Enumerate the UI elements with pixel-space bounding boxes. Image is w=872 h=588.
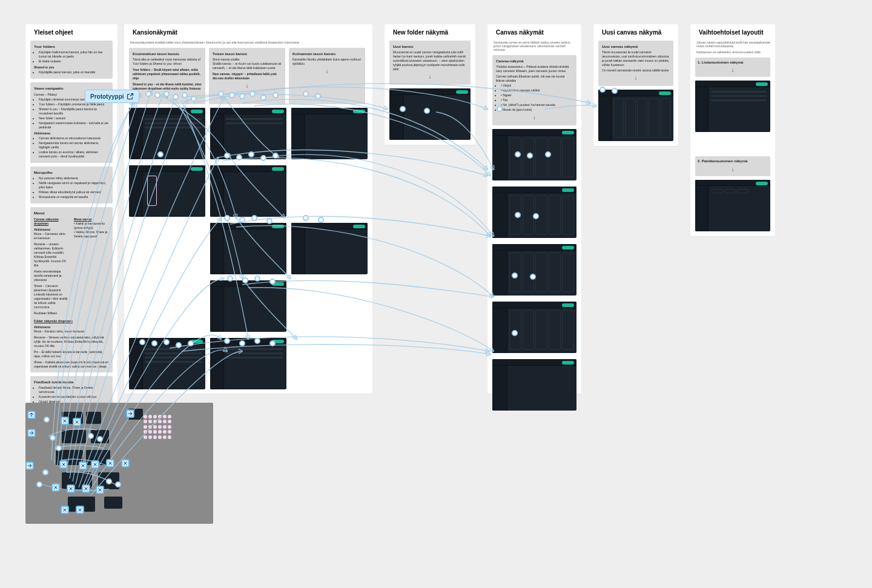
arrow-down-icon: ↓ [698, 165, 768, 174]
sub-notes-row: Ensimmäisen tason kansio Tämä alla on se… [129, 48, 368, 104]
frame-mock[interactable] [492, 244, 576, 296]
figma-canvas[interactable]: Prototyyppi Yleiset ohjeet Your folders … [0, 0, 872, 588]
prototype-button[interactable]: Prototyyppi [85, 90, 139, 103]
pink-dot-grid [144, 415, 168, 439]
frame-mock[interactable] [695, 81, 770, 132]
back-node-icon[interactable] [25, 461, 34, 470]
close-node-icon[interactable] [82, 484, 90, 493]
panel-kansionakymat[interactable]: Kansionäkymät Kansionäkymästä sisältää k… [124, 24, 372, 394]
note-your-folders: Your folders Käyttäjän hallinnoimat kans… [30, 41, 113, 79]
close-node-icon[interactable] [61, 506, 69, 514]
frame-mock[interactable] [129, 338, 205, 389]
note-option-2: 2. Painikemuotoinen näkymä ↓ [695, 156, 770, 176]
panel-yleiset-ohjeet[interactable]: Yleiset ohjeet Your folders Käyttäjän ha… [25, 24, 117, 431]
back-node-icon[interactable] [126, 409, 134, 418]
note-canvas-nakyma: Canvas-näkymä Yhdeäsi assessetuu – Pääss… [492, 55, 576, 125]
close-node-icon[interactable] [76, 506, 84, 514]
frame-mock[interactable] [598, 90, 673, 141]
arrow-down-icon: ↓ [213, 82, 282, 90]
frame-mock[interactable] [695, 180, 770, 231]
arrow-down-icon: ↓ [292, 67, 362, 76]
note-uusi-kansio: Uusi kansio Muussamat on uudel canvas na… [389, 41, 471, 85]
frame-mock[interactable] [291, 223, 368, 274]
panel-title: Yleiset ohjeet [29, 28, 78, 37]
panel-intro: Kansionäkymästä sisältää kaikki sivut yh… [130, 41, 368, 44]
frame-mock[interactable] [389, 88, 471, 140]
panel-uusi-canvas[interactable]: Uusi canvas näkymä Uusi canvas näkymä Tä… [593, 24, 678, 146]
frame-mock[interactable] [210, 108, 286, 159]
frame-mock[interactable] [291, 108, 368, 159]
note-murupolku: Murupolku Nyt polussa nähty aktiivisena … [30, 167, 113, 203]
panel-new-folder[interactable]: New folder näkymä Uusi kansio Muussamat … [385, 24, 475, 145]
frame-mock[interactable] [492, 129, 576, 180]
frame-mock[interactable] [492, 302, 576, 353]
arrow-down-icon: ↓ [133, 92, 202, 101]
close-node-icon[interactable] [59, 460, 68, 469]
arrow-down-icon: ↓ [698, 66, 768, 74]
note-option-1: 1. Listamuotoinen näkymä ↓ [695, 58, 770, 77]
panel-intro: Jokuas sisaan saptytää/ukkä esifä kän va… [696, 41, 770, 48]
back-node-icon[interactable] [27, 429, 36, 437]
panel-intro: Naytössäa vyrnes en pänti näläöin tarjhy… [494, 41, 576, 51]
close-node-icon[interactable] [79, 461, 87, 470]
frame-mock[interactable] [210, 280, 286, 332]
close-node-icon[interactable] [73, 418, 81, 426]
frame-mock[interactable] [210, 165, 286, 217]
close-node-icon[interactable] [106, 459, 114, 467]
note-toinen: Toisen tason kansio Sinun kansio sisälla… [209, 48, 285, 104]
scratch-components-area[interactable] [25, 403, 213, 524]
panel-title: Canvas näkymät [491, 28, 549, 37]
back-node-icon[interactable] [27, 411, 36, 419]
frame-mock[interactable] [129, 108, 205, 159]
close-node-icon[interactable] [67, 484, 75, 493]
frame-mock[interactable] [492, 359, 576, 411]
close-node-icon[interactable] [121, 459, 130, 467]
panel-canvas-nakymat[interactable]: Canvas näkymät Naytössäa vyrnes en pänti… [487, 24, 581, 394]
frame-mock[interactable] [492, 187, 576, 238]
arrow-down-icon: ↓ [496, 113, 573, 122]
panel-title: Uusi canvas näkymä [597, 28, 666, 37]
note-uusi-canvas: Uusi canvas näkymä Tämä muusasman ät uud… [598, 41, 673, 86]
panel-title: New folder näkymä [388, 28, 453, 37]
note-menut: Menut Canvas näkymän dropdown Aktiivisen… [30, 207, 113, 372]
panel-title: Vaihtoehtoiset layoutit [694, 28, 768, 37]
frame-mock[interactable] [210, 223, 286, 274]
prototype-label: Prototyyppi [90, 93, 124, 100]
note-ensimmainen: Ensimmäisen tason kansio Tämä alla on se… [129, 48, 205, 104]
frame-mock[interactable] [129, 165, 205, 217]
arrow-down-icon: ↓ [393, 73, 467, 81]
note-kolmas: Kolmannen tason kansio Kansioihin lifort… [289, 48, 365, 104]
close-node-icon[interactable] [91, 460, 99, 469]
panel-vaihtoehtoiset[interactable]: Vaihtoehtoiset layoutit Jokuas sisaan sa… [690, 24, 775, 236]
frame-mock[interactable] [210, 338, 286, 389]
arrow-down-icon: ↓ [602, 74, 670, 82]
close-node-icon[interactable] [51, 483, 60, 492]
close-node-icon[interactable] [61, 417, 69, 425]
panel-title: Kansionäkymät [128, 28, 182, 37]
close-node-icon[interactable] [96, 486, 104, 494]
launch-icon [127, 93, 134, 100]
